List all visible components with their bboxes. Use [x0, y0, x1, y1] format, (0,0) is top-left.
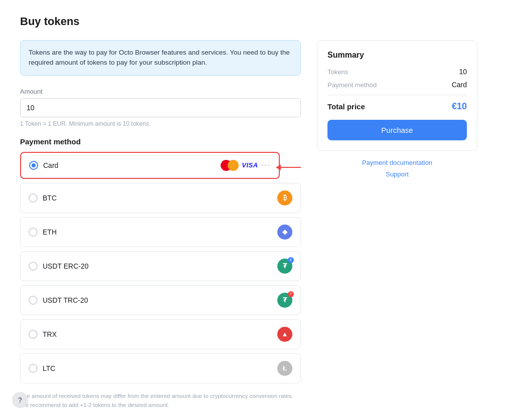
usdt-trc20-radio — [29, 296, 38, 305]
card-icons: VISA ··· — [221, 160, 271, 171]
summary-tokens-value: 10 — [459, 68, 467, 76]
summary-tokens-label: Tokens — [327, 68, 348, 76]
usdt-trc20-badge: T — [288, 291, 294, 297]
card-option-left: Card — [29, 161, 58, 170]
eth-icon: ◆ — [277, 225, 292, 240]
payment-method-label: Payment method — [20, 137, 301, 146]
card-label: Card — [43, 161, 58, 169]
trx-radio — [29, 330, 38, 339]
summary-links: Payment documentation Support — [317, 159, 477, 178]
payment-doc-link[interactable]: Payment documentation — [317, 159, 477, 166]
payment-option-trx[interactable]: TRX ▲ — [20, 319, 301, 349]
payment-option-usdt-trc20[interactable]: USDT TRC-20 ₮ T — [20, 285, 301, 315]
amount-label: Amount — [20, 88, 301, 95]
trx-icon: ▲ — [277, 327, 292, 342]
usdt-erc20-option-left: USDT ERC-20 — [29, 262, 89, 271]
disclaimer: The amount of received tokens may differ… — [20, 391, 301, 410]
usdt-erc20-badge: E — [288, 257, 294, 263]
usdt-trc20-label: USDT TRC-20 — [43, 296, 88, 304]
arrow-line — [281, 167, 301, 168]
btc-option-left: BTC — [29, 193, 57, 202]
usdt-erc20-label: USDT ERC-20 — [43, 262, 89, 270]
summary-tokens-row: Tokens 10 — [327, 68, 467, 76]
payment-option-ltc[interactable]: LTC Ł — [20, 353, 301, 383]
payment-option-usdt-erc20[interactable]: USDT ERC-20 ₮ E — [20, 251, 301, 281]
more-cards-icon: ··· — [261, 161, 271, 170]
amount-field-group: Amount 1 Token = 1 EUR. Minimum amount i… — [20, 88, 301, 127]
ltc-label: LTC — [43, 364, 55, 372]
usdt-erc20-radio — [29, 262, 38, 271]
btc-radio — [29, 193, 38, 202]
support-link[interactable]: Support — [317, 170, 477, 178]
summary-payment-row: Payment method Card — [327, 81, 467, 89]
eth-option-left: ETH — [29, 228, 57, 237]
trx-label: TRX — [43, 330, 57, 338]
usdt-trc20-option-left: USDT TRC-20 — [29, 296, 88, 305]
card-radio-inner — [32, 163, 36, 167]
summary-payment-value: Card — [452, 81, 467, 89]
trx-option-left: TRX — [29, 330, 57, 339]
eth-label: ETH — [43, 228, 57, 236]
main-layout: Tokens are the way to pay for Octo Brows… — [20, 40, 496, 409]
usdt-erc20-icon-wrapper: ₮ E — [277, 259, 292, 274]
right-panel: Summary Tokens 10 Payment method Card To… — [317, 40, 477, 182]
arrow-indicator — [276, 164, 301, 170]
summary-total-row: Total price €10 — [327, 101, 467, 112]
left-panel: Tokens are the way to pay for Octo Brows… — [20, 40, 301, 409]
visa-icon: VISA — [242, 161, 258, 169]
page-title: Buy tokens — [20, 15, 496, 28]
ltc-icon: Ł — [277, 361, 292, 376]
arrow-head — [276, 164, 281, 170]
mastercard-icon — [221, 160, 239, 171]
payment-option-card[interactable]: Card VISA ··· — [20, 152, 280, 179]
eth-radio — [29, 228, 38, 237]
btc-icon: ₿ — [277, 190, 292, 205]
summary-total-label: Total price — [327, 102, 365, 111]
summary-total-value: €10 — [452, 101, 467, 112]
ltc-radio — [29, 364, 38, 373]
ltc-option-left: LTC — [29, 364, 55, 373]
card-radio — [29, 161, 38, 170]
payment-option-btc[interactable]: BTC ₿ — [20, 183, 301, 213]
summary-card: Summary Tokens 10 Payment method Card To… — [317, 40, 477, 151]
usdt-trc20-icon-wrapper: ₮ T — [277, 293, 292, 308]
amount-note: 1 Token = 1 EUR. Minimum amount is 10 to… — [20, 120, 301, 127]
card-option-wrapper: Card VISA ··· — [20, 152, 301, 183]
btc-label: BTC — [43, 194, 57, 202]
info-box: Tokens are the way to pay for Octo Brows… — [20, 40, 301, 76]
mc-circle-right — [228, 160, 239, 171]
purchase-button[interactable]: Purchase — [327, 120, 467, 140]
summary-payment-label: Payment method — [327, 81, 377, 89]
help-button[interactable]: ? — [12, 392, 28, 408]
payment-option-eth[interactable]: ETH ◆ — [20, 217, 301, 247]
summary-title: Summary — [327, 51, 467, 60]
summary-divider — [327, 95, 467, 95]
amount-input[interactable] — [20, 98, 301, 117]
